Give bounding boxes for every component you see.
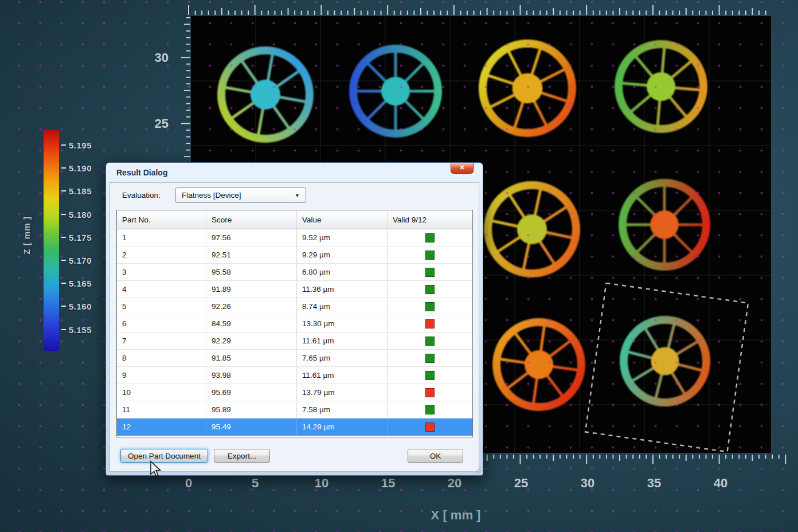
x-axis-tick-label: 30: [581, 476, 594, 490]
x-axis-tick-label: 35: [647, 476, 661, 490]
table-row[interactable]: 792.2911.61 µm: [117, 332, 472, 350]
cell-valid: [388, 401, 472, 418]
evaluation-value: Flatness [Device]: [182, 191, 241, 200]
table-row[interactable]: 592.268.74 µm: [117, 298, 472, 315]
table-row[interactable]: 993.9811.61 µm: [117, 367, 472, 384]
x-axis-tick-label: 0: [185, 476, 192, 490]
table-row[interactable]: 684.5913.30 µm: [117, 315, 472, 332]
evaluation-label: Evaluation:: [122, 191, 161, 200]
valid-indicator-red: [425, 388, 435, 397]
cell-part-no: 11: [117, 401, 206, 418]
results-table-body: 197.569.52 µm292.519.29 µm395.586.80 µm4…: [117, 229, 472, 436]
cell-score: 84.59: [206, 315, 297, 332]
cell-score: 95.58: [206, 264, 297, 280]
cell-part-no: 7: [117, 332, 206, 349]
export-button[interactable]: Export...: [214, 449, 270, 463]
colorbar-tick-label: 5.170: [69, 256, 92, 265]
x-axis-tick-label: 25: [514, 476, 528, 490]
cell-part-no: 6: [117, 315, 206, 332]
table-row[interactable]: 1295.4914.29 µm: [117, 418, 472, 436]
colorbar-scale: 5.1955.1905.1855.1805.1755.1705.1655.160…: [62, 130, 102, 351]
part-wheel[interactable]: [623, 183, 706, 267]
cell-score: 95.49: [206, 418, 297, 435]
cell-valid: [388, 264, 472, 280]
cell-part-no: 12: [117, 418, 206, 435]
cell-value: 9.52 µm: [297, 229, 388, 246]
colorbar-gradient: [44, 130, 59, 351]
valid-indicator-green: [425, 371, 435, 380]
cell-valid: [388, 350, 472, 366]
close-icon: ✕: [459, 164, 464, 171]
table-row[interactable]: 197.569.52 µm: [117, 229, 472, 247]
valid-indicator-green: [425, 251, 435, 260]
cell-score: 91.89: [206, 281, 297, 298]
colorbar-tick-label: 5.185: [69, 186, 92, 196]
cell-part-no: 1: [117, 229, 206, 246]
cell-value: 8.74 µm: [297, 298, 388, 315]
cell-valid: [388, 332, 472, 349]
result-dialog-window: Result Dialog ✕ Evaluation: Flatness [De…: [105, 162, 483, 476]
cell-valid: [388, 281, 472, 298]
part-wheel[interactable]: [353, 49, 438, 134]
valid-indicator-red: [425, 319, 435, 328]
column-header[interactable]: Part No.: [117, 210, 206, 229]
valid-indicator-green: [425, 337, 435, 346]
cursor-arrow-icon: [151, 461, 161, 476]
colorbar-tick-label: 5.160: [69, 302, 92, 311]
valid-indicator-green: [425, 233, 435, 242]
colorbar-tick-label: 5.190: [69, 163, 92, 173]
x-axis-tick-label: 10: [315, 476, 328, 490]
cell-valid: [388, 298, 472, 315]
resize-grip[interactable]: [474, 467, 481, 474]
cell-value: 11.61 µm: [297, 332, 388, 349]
results-table-header: Part No.ScoreValueValid 9/12: [117, 210, 472, 229]
table-row[interactable]: 1095.6913.79 µm: [117, 384, 472, 401]
cell-part-no: 9: [117, 367, 206, 384]
x-axis-title: X [ mm ]: [431, 508, 481, 522]
table-row[interactable]: 491.8911.36 µm: [117, 281, 472, 298]
chevron-down-icon: ▼: [295, 193, 300, 198]
dialog-titlebar[interactable]: Result Dialog ✕: [106, 163, 483, 182]
colorbar-tick-label: 5.195: [69, 140, 92, 150]
y-axis-tick-label: 30: [155, 50, 169, 65]
cell-part-no: 10: [117, 384, 206, 401]
colorbar-tick-label: 5.175: [69, 233, 92, 242]
cell-score: 92.29: [206, 332, 297, 349]
cell-value: 13.79 µm: [297, 384, 388, 401]
cell-valid: [388, 418, 472, 435]
ok-button[interactable]: OK: [408, 449, 463, 463]
cell-valid: [388, 384, 472, 401]
cell-part-no: 4: [117, 281, 206, 298]
y-axis-tick-label: 25: [155, 116, 169, 131]
colorbar-tick-label: 5.155: [69, 325, 92, 335]
close-button[interactable]: ✕: [451, 163, 474, 174]
colorbar-tick-label: 5.180: [69, 210, 92, 220]
cell-valid: [388, 315, 472, 332]
dialog-title: Result Dialog: [116, 168, 167, 177]
open-part-document-button[interactable]: Open Part Document: [120, 449, 208, 463]
cell-score: 97.56: [206, 229, 297, 246]
colorbar-axis-title: Z [ mm ]: [22, 209, 32, 262]
mouse-cursor: [149, 460, 164, 479]
valid-indicator-green: [425, 302, 435, 311]
cell-score: 92.51: [206, 247, 297, 263]
table-row[interactable]: 891.857.65 µm: [117, 350, 472, 367]
table-row[interactable]: 395.586.80 µm: [117, 264, 472, 281]
cell-score: 92.26: [206, 298, 297, 315]
column-header[interactable]: Valid 9/12: [388, 210, 472, 229]
cell-value: 7.65 µm: [297, 350, 388, 366]
valid-indicator-red: [425, 423, 435, 432]
valid-indicator-green: [425, 268, 435, 277]
cell-part-no: 8: [117, 350, 206, 366]
table-row[interactable]: 292.519.29 µm: [117, 247, 472, 264]
evaluation-dropdown[interactable]: Flatness [Device] ▼: [175, 187, 306, 203]
table-row[interactable]: 1195.897.58 µm: [117, 401, 472, 418]
x-axis-tick-label: 5: [252, 476, 259, 490]
colorbar-tick-label: 5.165: [69, 279, 92, 288]
cell-value: 6.80 µm: [297, 264, 388, 280]
cell-valid: [388, 247, 472, 263]
cell-part-no: 3: [117, 264, 206, 280]
column-header[interactable]: Value: [297, 210, 388, 229]
cell-value: 9.29 µm: [297, 247, 388, 263]
column-header[interactable]: Score: [206, 210, 297, 229]
